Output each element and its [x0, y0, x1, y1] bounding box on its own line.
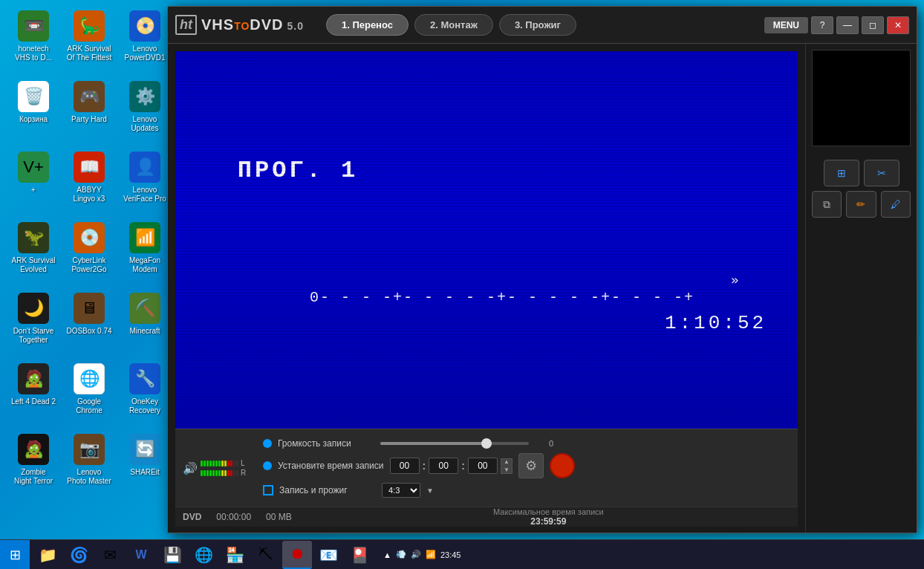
seg4 — [209, 461, 212, 466]
taskbar-icon-disk[interactable]: 💾 — [157, 541, 187, 569]
seg13 — [236, 461, 238, 466]
desktop-icon-left4dead[interactable]: 🧟 Left 4 Dead 2 — [7, 360, 59, 427]
desktop-icon-shareit[interactable]: 🔄 SHAREit — [119, 431, 171, 498]
desktop-icon-arkevolved[interactable]: 🦖 ARK SurvivalEvolved — [7, 219, 59, 286]
dontstarve-label: Don't StarveTogether — [13, 327, 54, 345]
desktop-icon-minecraft[interactable]: ⛏️ Minecraft — [119, 290, 171, 357]
partyhard-label: Party Hard — [71, 115, 107, 124]
taskbar-icon-mail[interactable]: ✉ — [95, 541, 125, 569]
lenovo-powerdvd-icon: 📀 — [129, 10, 160, 42]
desktop-icon-megafon[interactable]: 📶 MegaFonModem — [119, 219, 171, 286]
time-spinners: ▲ ▼ — [501, 458, 513, 474]
desktop-icon-lenovophoto[interactable]: 📷 LenovoPhoto Master — [63, 431, 115, 498]
desktop-icon-dosbox[interactable]: 🖥 DOSBox 0.74 — [63, 290, 115, 357]
honetechvhs-label: honetechVHS to D... — [15, 45, 52, 62]
onekey-label: OneKeyRecovery — [129, 397, 160, 415]
volume-status-dot — [263, 439, 272, 448]
window-controls: MENU ? — ◻ ✕ — [764, 16, 909, 34]
time-control-row: Установите время записи : : ▲ ▼ — [263, 453, 783, 478]
start-button[interactable]: ⊞ — [0, 540, 30, 570]
googlechrome-icon: 🌐 — [74, 363, 105, 394]
desktop-icon-arksurvival1[interactable]: 🦕 ARK SurvivalOf The Fittest — [63, 7, 115, 74]
seg10 — [227, 461, 230, 466]
desktop-icon-abbyy[interactable]: 📖 ABBYYLingvo x3 — [63, 149, 115, 215]
taskbar-icon-game[interactable]: 🎴 — [345, 541, 374, 569]
panel-btn-copy[interactable]: ⧉ — [812, 191, 842, 218]
menu-button[interactable]: MENU — [764, 17, 808, 33]
tray-volume[interactable]: 🔊 — [411, 550, 421, 559]
panel-btn-filmstrip-cut[interactable]: ✂ — [864, 160, 899, 186]
volume-slider-fill — [380, 442, 484, 445]
taskbar-icon-obs[interactable]: ⏺ — [282, 541, 312, 569]
minecraft-label: Minecraft — [129, 327, 160, 336]
help-button[interactable]: ? — [811, 16, 833, 34]
desktop-icon-onekey[interactable]: 🔧 OneKeyRecovery — [119, 360, 171, 427]
tab-montage[interactable]: 2. Монтаж — [414, 14, 493, 36]
taskbar-icon-gmail[interactable]: 📧 — [313, 541, 343, 569]
time-hours[interactable] — [390, 458, 420, 474]
aspect-ratio-dropdown[interactable]: 4:3 16:9 — [382, 483, 420, 498]
tray-network[interactable]: 📶 — [426, 550, 436, 559]
panel-btn-wand[interactable]: 🖊 — [881, 191, 911, 218]
desktop-icon-trash[interactable]: 🗑️ Корзина — [7, 78, 59, 145]
taskbar-icon-explorer[interactable]: 📁 — [33, 541, 62, 569]
zombie-icon: 🧟 — [18, 434, 49, 465]
volume-slider-thumb[interactable] — [481, 438, 492, 449]
taskbar-icon-chrome[interactable]: 🌐 — [189, 541, 218, 569]
close-button[interactable]: ✕ — [887, 16, 909, 34]
tab-transfer[interactable]: 1. Перенос — [326, 14, 409, 36]
settings-button[interactable]: ⚙ — [518, 453, 544, 478]
lenovo-veriface-icon: 👤 — [129, 152, 160, 183]
time-sep1: : — [423, 460, 426, 472]
logo-text: VHSTODVD 5.0 — [201, 16, 304, 33]
app-window: ht VHSTODVD 5.0 1. Перенос 2. Монтаж 3. … — [167, 6, 917, 533]
tab-burn[interactable]: 3. Прожиг — [499, 14, 576, 36]
tray-steam[interactable]: 💨 — [396, 550, 406, 559]
desktop-icon-v-plus[interactable]: V+ + — [7, 149, 59, 215]
taskbar-icon-ie[interactable]: 🌀 — [64, 541, 94, 569]
logo-dvd: DVD — [250, 16, 283, 33]
megafon-icon: 📶 — [129, 222, 160, 253]
taskbar-icon-word[interactable]: W — [126, 541, 156, 569]
controls-right: Громкость записи 0 Установите вре — [256, 434, 790, 502]
logo-to: TO — [234, 20, 250, 32]
desktop-icon-lenovo-powerdvd[interactable]: 📀 LenovoPowerDVD1 — [119, 7, 171, 74]
record-burn-row: Запись и прожиг 4:3 16:9 ▼ — [263, 483, 783, 498]
taskbar-icon-minecraft[interactable]: ⛏ — [251, 541, 281, 569]
desktop-icon-cyberlink[interactable]: 💿 CyberLinkPower2Go — [63, 219, 115, 286]
cyberlink-label: CyberLinkPower2Go — [71, 256, 106, 274]
time-increment[interactable]: ▲ — [501, 458, 513, 466]
desktop-icon-partyhard[interactable]: 🎮 Party Hard — [63, 78, 115, 145]
record-button[interactable] — [550, 453, 575, 478]
desktop-icon-lenovo-veriface[interactable]: 👤 LenovoVeriFace Pro — [119, 149, 171, 215]
record-burn-checkbox[interactable] — [263, 485, 273, 495]
size-mb: 00 MB — [266, 512, 292, 522]
time-sep2: : — [461, 460, 465, 472]
desktop-icon-dontstarve[interactable]: 🌙 Don't StarveTogether — [7, 290, 59, 357]
dosbox-icon: 🖥 — [74, 293, 105, 324]
panel-buttons: ⊞ ✂ ⧉ ✏ 🖊 — [812, 152, 911, 218]
time-minutes[interactable] — [429, 458, 458, 474]
seg3 — [206, 461, 209, 466]
arksurvival1-label: ARK SurvivalOf The Fittest — [67, 45, 111, 62]
time-decrement[interactable]: ▼ — [501, 466, 513, 474]
time-seconds[interactable] — [468, 458, 498, 474]
rseg6 — [215, 470, 218, 476]
minimize-button[interactable]: — — [836, 16, 859, 34]
taskbar-icon-store[interactable]: 🏪 — [220, 541, 250, 569]
speaker-icon[interactable]: 🔊 — [183, 461, 198, 475]
desktop-icon-lenovo-updates[interactable]: ⚙️ LenovoUpdates — [119, 78, 171, 145]
restore-button[interactable]: ◻ — [862, 16, 884, 34]
shareit-icon: 🔄 — [129, 434, 160, 465]
desktop-icon-googlechrome[interactable]: 🌐 Google Chrome — [63, 360, 115, 427]
desktop-icon-honetechvhs[interactable]: 📼 honetechVHS to D... — [7, 7, 59, 74]
rseg2 — [204, 470, 206, 476]
tray-clock: 23:45 — [440, 550, 461, 559]
volume-slider-track[interactable] — [380, 442, 529, 445]
tray-show-hidden[interactable]: ▲ — [383, 550, 391, 559]
panel-btn-filmstrip-add[interactable]: ⊞ — [824, 160, 859, 186]
panel-btn-pencil[interactable]: ✏ — [846, 191, 876, 218]
trash-label: Корзина — [19, 115, 48, 124]
rseg3 — [206, 470, 209, 476]
desktop-icon-zombie[interactable]: 🧟 ZombieNight Terror — [7, 431, 59, 498]
